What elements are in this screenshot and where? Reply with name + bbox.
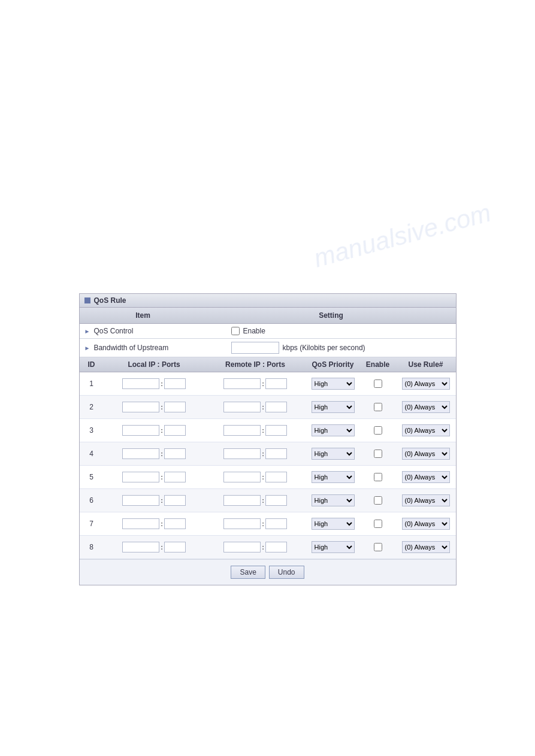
userule-select-8[interactable]: (0) Always(1)(2)(3)(4) [402,541,450,553]
remote-port-input-1[interactable] [265,378,287,389]
remote-ip-ports-5: : [205,469,306,485]
priority-select-1[interactable]: HighMediumLowNormal [312,378,355,390]
userule-select-5[interactable]: (0) Always(1)(2)(3)(4) [402,471,450,483]
priority-col-5: HighMediumLowNormal [306,468,360,486]
local-ip-input-2[interactable] [122,402,159,412]
remote-ip-ports-3: : [205,422,306,439]
local-port-input-6[interactable] [164,495,186,506]
save-button[interactable]: Save [231,566,265,579]
remote-port-input-6[interactable] [265,495,287,506]
qos-control-value: Enable [231,327,451,335]
local-ip-input-7[interactable] [122,518,159,529]
userule-select-1[interactable]: (0) Always(1)(2)(3)(4) [402,378,450,390]
local-ip-input-8[interactable] [122,542,159,552]
priority-select-3[interactable]: HighMediumLowNormal [312,424,355,436]
remote-ip-input-3[interactable] [223,425,261,436]
remote-ip-input-7[interactable] [223,518,261,529]
remote-port-input-5[interactable] [265,472,287,482]
remote-port-input-7[interactable] [265,518,287,529]
priority-select-7[interactable]: HighMediumLowNormal [312,518,355,530]
enable-col-5 [360,470,396,484]
local-ip-input-6[interactable] [122,495,159,506]
remote-port-input-8[interactable] [265,542,287,552]
remote-ip-input-5[interactable] [223,472,261,482]
local-port-input-2[interactable] [164,402,186,412]
remote-ip-input-4[interactable] [223,448,261,459]
bandwidth-input[interactable] [231,342,279,354]
enable-checkbox-6[interactable] [374,496,382,505]
remote-ip-input-2[interactable] [223,402,261,412]
bandwidth-value: kbps (Kilobits per second) [231,342,451,354]
remote-ip-ports-2: : [205,399,306,415]
local-ip-ports-8: : [104,539,205,555]
local-ip-ports-7: : [104,515,205,532]
priority-col-2: HighMediumLowNormal [306,398,360,416]
priority-select-6[interactable]: HighMediumLowNormal [312,494,355,506]
remote-sep-4: : [262,450,264,457]
bandwidth-arrow: ► [84,345,90,351]
enable-checkbox-2[interactable] [374,403,382,411]
row-id-8: 8 [80,540,104,554]
enable-checkbox-3[interactable] [374,426,382,435]
remote-sep-7: : [262,520,264,527]
enable-checkbox-7[interactable] [374,520,382,528]
remote-port-input-4[interactable] [265,448,287,459]
local-ip-input-4[interactable] [122,448,159,459]
enable-checkbox-8[interactable] [374,543,382,551]
table-row: 1 : : HighMediumLowNormal(0) Always(1)(2… [80,372,456,396]
enable-checkbox-1[interactable] [374,379,382,388]
local-ip-input-3[interactable] [122,425,159,436]
watermark-text: manualsive.com [311,199,494,274]
bandwidth-unit: kbps (Kilobits per second) [283,344,365,352]
priority-select-2[interactable]: HighMediumLowNormal [312,401,355,413]
table-row: 5 : : HighMediumLowNormal(0) Always(1)(2… [80,466,456,489]
local-port-input-5[interactable] [164,472,186,482]
local-sep-1: : [161,380,163,387]
local-ip-ports-1: : [104,375,205,392]
priority-select-5[interactable]: HighMediumLowNormal [312,471,355,483]
userule-col-6: (0) Always(1)(2)(3)(4) [396,491,456,509]
userule-select-2[interactable]: (0) Always(1)(2)(3)(4) [402,401,450,413]
priority-col-8: HighMediumLowNormal [306,538,360,556]
local-sep-5: : [161,473,163,481]
remote-port-input-3[interactable] [265,425,287,436]
section-header: Item Setting [80,308,456,324]
userule-select-4[interactable]: (0) Always(1)(2)(3)(4) [402,448,450,460]
col-header-enable: Enable [360,357,396,372]
local-ip-ports-5: : [104,469,205,485]
remote-ip-input-1[interactable] [223,378,261,389]
priority-select-4[interactable]: HighMediumLowNormal [312,448,355,460]
local-port-input-3[interactable] [164,425,186,436]
userule-select-6[interactable]: (0) Always(1)(2)(3)(4) [402,494,450,506]
enable-checkbox-5[interactable] [374,473,382,481]
footer: Save Undo [80,559,456,585]
local-ip-input-1[interactable] [122,378,159,389]
row-id-3: 3 [80,423,104,438]
local-sep-7: : [161,520,163,527]
remote-ip-input-8[interactable] [223,542,261,552]
local-sep-3: : [161,427,163,434]
row-id-2: 2 [80,400,104,414]
col-header-id: ID [80,357,104,372]
qos-control-row: ► QoS Control Enable [80,324,456,339]
remote-ip-ports-4: : [205,445,306,462]
row-id-7: 7 [80,517,104,531]
local-ip-input-5[interactable] [122,472,159,482]
qos-enable-checkbox[interactable] [231,327,240,335]
priority-select-8[interactable]: HighMediumLowNormal [312,541,355,553]
local-port-input-7[interactable] [164,518,186,529]
qos-title-icon [84,297,90,303]
userule-select-7[interactable]: (0) Always(1)(2)(3)(4) [402,518,450,530]
remote-port-input-2[interactable] [265,402,287,412]
local-port-input-1[interactable] [164,378,186,389]
userule-select-3[interactable]: (0) Always(1)(2)(3)(4) [402,424,450,436]
header-item-col: Item [80,308,207,323]
undo-button[interactable]: Undo [269,566,304,579]
local-port-input-8[interactable] [164,542,186,552]
local-port-input-4[interactable] [164,448,186,459]
local-sep-2: : [161,403,163,411]
remote-ip-input-6[interactable] [223,495,261,506]
enable-checkbox-4[interactable] [374,450,382,458]
row-id-4: 4 [80,447,104,461]
remote-sep-3: : [262,427,264,434]
